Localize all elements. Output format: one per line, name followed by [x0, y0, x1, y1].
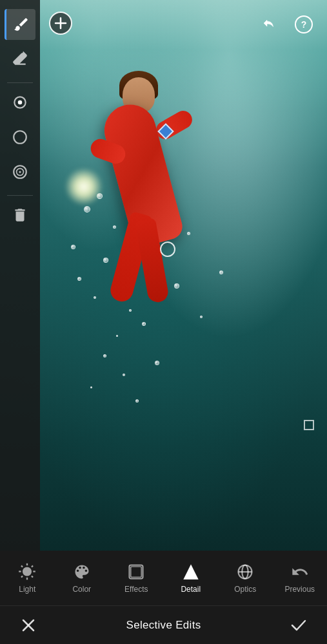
svg-text:?: ? — [301, 19, 307, 30]
nav-label-previous: Previous — [284, 585, 315, 594]
add-icon — [49, 12, 72, 35]
nav-item-optics[interactable]: Optics — [223, 558, 268, 599]
eraser-tool-button[interactable] — [5, 44, 35, 75]
radial-icon — [12, 94, 28, 111]
bubble — [155, 361, 159, 365]
marker-circle[interactable] — [160, 242, 175, 257]
svg-point-5 — [19, 171, 21, 173]
light-icon — [18, 563, 36, 581]
svg-rect-12 — [131, 566, 141, 576]
radial-filter-button[interactable] — [5, 87, 35, 118]
nav-label-effects: Effects — [124, 585, 148, 594]
brush-icon — [13, 16, 30, 33]
cancel-icon — [21, 618, 36, 633]
circle-tool-button[interactable] — [5, 122, 35, 153]
add-button[interactable] — [46, 9, 75, 37]
person-arm-right — [153, 108, 195, 142]
trash-icon — [12, 207, 28, 223]
top-right-controls: ? — [257, 12, 317, 37]
left-toolbar — [0, 0, 40, 554]
bubble — [116, 335, 118, 337]
undo-button[interactable] — [257, 12, 283, 37]
bubble — [135, 399, 139, 402]
gradient-tool-button[interactable] — [5, 156, 35, 187]
undo-icon — [261, 15, 280, 34]
previous-icon — [291, 563, 309, 581]
nav-item-detail[interactable]: Detail — [168, 558, 213, 599]
nav-label-optics: Optics — [234, 585, 256, 594]
bubble — [200, 316, 203, 318]
bubble — [77, 277, 81, 281]
detail-icon — [182, 563, 200, 581]
bubble — [103, 354, 106, 357]
nav-item-color[interactable]: Color — [59, 558, 104, 599]
help-icon: ? — [294, 15, 313, 34]
bubble — [219, 270, 223, 274]
bottom-navigation: Light Color Effects Detail Optics — [0, 551, 327, 605]
bottom-action-bar: Selective Edits — [0, 605, 327, 644]
svg-point-0 — [18, 100, 23, 105]
toolbar-separator — [7, 82, 33, 83]
nav-label-detail: Detail — [181, 585, 201, 594]
nav-item-light[interactable]: Light — [5, 558, 50, 599]
bubble — [123, 374, 125, 376]
person-subject — [84, 64, 200, 335]
bubble — [71, 245, 75, 249]
circle-icon — [12, 129, 28, 146]
brush-tool-button[interactable] — [5, 9, 35, 40]
svg-marker-13 — [183, 564, 198, 579]
optics-icon — [236, 563, 254, 581]
nav-item-effects[interactable]: Effects — [114, 558, 159, 599]
nav-label-light: Light — [19, 585, 35, 594]
gradient-icon — [12, 164, 28, 180]
effects-icon — [127, 563, 145, 581]
photo-canvas[interactable] — [0, 0, 327, 554]
cancel-button[interactable] — [15, 612, 41, 638]
bubble — [90, 386, 92, 388]
color-icon — [73, 563, 91, 581]
help-button[interactable]: ? — [291, 12, 317, 37]
delete-tool-button[interactable] — [5, 200, 35, 231]
nav-label-color: Color — [72, 585, 91, 594]
page-title: Selective Edits — [126, 619, 201, 632]
confirm-icon — [290, 617, 307, 634]
toolbar-separator-2 — [7, 195, 33, 196]
eraser-icon — [12, 51, 28, 68]
marker-square[interactable] — [304, 420, 314, 430]
confirm-button[interactable] — [286, 612, 312, 638]
light-flare — [64, 167, 103, 206]
svg-point-2 — [14, 131, 26, 144]
nav-item-previous[interactable]: Previous — [277, 558, 322, 599]
